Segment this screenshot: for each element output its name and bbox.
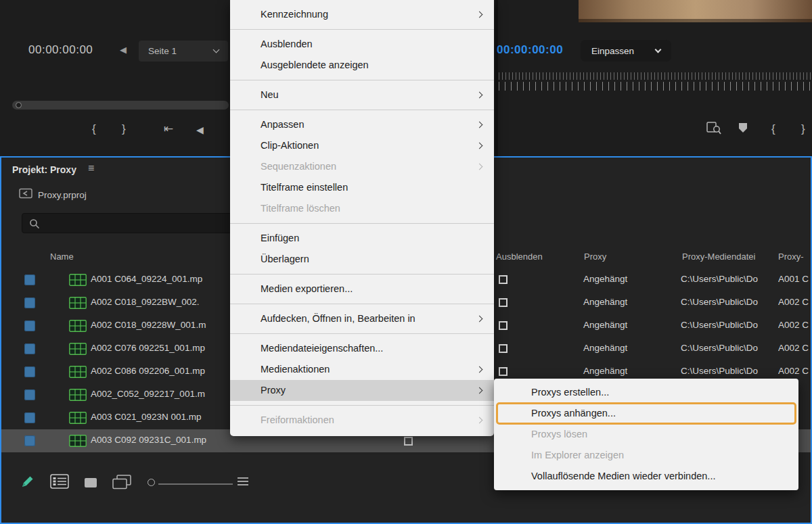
menu-item-label: Ausgeblendete anzeigen [261, 59, 369, 70]
ausblenden-checkbox[interactable] [499, 321, 508, 330]
clip-icon [69, 343, 87, 355]
project-file-name[interactable]: Proxy.prproj [38, 190, 87, 200]
submenu-arrow-icon [476, 122, 483, 128]
fit-dropdown[interactable]: Einpassen [581, 40, 671, 62]
menu-item[interactable]: Einfügen [230, 228, 494, 249]
ausblenden-checkbox[interactable] [499, 344, 508, 353]
menu-item[interactable]: Anpassen [230, 114, 494, 135]
export-frame-icon[interactable] [706, 121, 721, 138]
mark-out-button[interactable]: } [122, 122, 126, 137]
menu-item-label: Freiformaktionen [261, 414, 334, 425]
mark-in-button[interactable]: { [92, 122, 96, 137]
menu-item[interactable]: Titelframe einstellen [230, 177, 494, 198]
mark-out-button[interactable]: } [801, 122, 805, 137]
submenu-arrow-icon [476, 417, 483, 424]
add-marker-icon[interactable] [738, 122, 748, 137]
proxy-status: Angehängt [583, 366, 627, 376]
menu-item-label: Anpassen [261, 119, 304, 130]
freeform-view-button[interactable] [112, 475, 131, 492]
row-select-checkbox[interactable] [24, 343, 35, 354]
proxy-media-path: C:\Users\Public\Do [681, 366, 758, 376]
page-dropdown[interactable]: Seite 1 [139, 41, 228, 62]
row-select-checkbox[interactable] [24, 412, 35, 423]
submenu-arrow-icon [476, 387, 483, 394]
timeline-ruler-ticks [499, 82, 811, 91]
column-header-ausblenden[interactable]: Ausblenden [496, 252, 543, 262]
menu-item-label: Neu [261, 89, 279, 100]
search-icon [29, 218, 40, 229]
menu-item[interactable]: Kennzeichnung [230, 4, 494, 25]
menu-item[interactable]: Neu [230, 85, 494, 105]
panel-menu-icon[interactable]: ≡ [88, 162, 94, 174]
menu-item[interactable]: Mediendateieigenschaften... [230, 338, 494, 359]
timeline-ruler[interactable] [499, 72, 811, 80]
menu-item[interactable]: Medien exportieren... [230, 279, 494, 300]
panel-tab-title[interactable]: Projekt: Proxy [12, 164, 76, 175]
column-header-proxy[interactable]: Proxy [584, 252, 606, 262]
proxy-file-name: A002 C [778, 297, 811, 307]
menu-item-label: Im Explorer anzeigen [531, 450, 624, 460]
scrollbar-handle-icon[interactable] [16, 102, 22, 108]
premiere-window: 00:00:00:00 ◀ Seite 1 00:00:00:00 Einpas… [0, 0, 812, 524]
ausblenden-checkbox[interactable] [499, 275, 508, 284]
menu-item-label: Clip-Aktionen [261, 140, 319, 151]
clip-name: A002 C086 092206_001.mp [91, 366, 205, 376]
sort-icon[interactable] [237, 477, 249, 489]
menu-item: Titelframe löschen [230, 198, 494, 219]
menu-item[interactable]: Proxys anhängen... [494, 403, 798, 424]
proxy-status: Angehängt [583, 343, 627, 353]
ausblenden-checkbox[interactable] [499, 298, 508, 307]
pen-tool-icon[interactable] [20, 474, 35, 492]
timeline-scrollbar[interactable] [12, 101, 229, 110]
hidden-column-checkbox[interactable] [404, 437, 413, 446]
column-header-proxy-media[interactable]: Proxy-Mediendatei [682, 252, 755, 262]
menu-item[interactable]: Proxy [230, 380, 494, 401]
menu-item-label: Proxys anhängen... [531, 408, 616, 419]
clip-icon [69, 366, 87, 378]
icon-view-button[interactable] [84, 477, 97, 491]
row-select-checkbox[interactable] [24, 275, 35, 285]
menu-item-label: Mediendateieigenschaften... [261, 343, 383, 354]
menu-item[interactable]: Überlagern [230, 249, 494, 270]
go-to-in-button[interactable]: ⇤ [164, 122, 173, 137]
proxy-status: Angehängt [583, 320, 627, 330]
ausblenden-checkbox[interactable] [499, 367, 508, 376]
submenu-arrow-icon [476, 316, 483, 323]
menu-item-label: Aufdecken, Öffnen in, Bearbeiten in [261, 313, 415, 324]
menu-item[interactable]: Medienaktionen [230, 359, 494, 380]
menu-item-label: Titelframe einstellen [261, 182, 348, 193]
menu-item-label: Proxys erstellen... [531, 387, 609, 398]
menu-item[interactable]: Vollauflösende Medien wieder verbinden..… [494, 466, 798, 487]
step-back-button[interactable]: ◀ [196, 122, 204, 137]
menu-item[interactable]: Ausblenden [230, 34, 494, 55]
proxy-file-name: A002 C [778, 343, 811, 353]
menu-item-label: Überlagern [261, 254, 309, 264]
proxy-file-name: A002 C [778, 366, 811, 376]
source-timecode: 00:00:00:00 [28, 43, 93, 57]
column-header-proxy-last[interactable]: Proxy- [778, 252, 804, 262]
row-select-checkbox[interactable] [24, 389, 35, 400]
menu-item[interactable]: Proxys erstellen... [494, 382, 798, 403]
column-header-name[interactable]: Name [50, 252, 74, 262]
zoom-slider-handle[interactable] [148, 479, 155, 486]
proxy-media-path: C:\Users\Public\Do [681, 297, 758, 307]
row-select-checkbox[interactable] [24, 366, 35, 377]
list-view-button[interactable] [50, 474, 69, 492]
clip-icon [69, 297, 87, 309]
menu-item[interactable]: Clip-Aktionen [230, 135, 494, 156]
menu-item: Im Explorer anzeigen [494, 445, 798, 466]
previous-page-icon[interactable]: ◀ [120, 45, 127, 55]
row-select-checkbox[interactable] [24, 320, 35, 331]
menu-item[interactable]: Aufdecken, Öffnen in, Bearbeiten in [230, 308, 494, 329]
mark-in-button[interactable]: { [771, 122, 775, 137]
panel-divider [495, 0, 498, 156]
row-select-checkbox[interactable] [24, 297, 35, 308]
chevron-down-icon [213, 47, 220, 53]
menu-item[interactable]: Ausgeblendete anzeigen [230, 55, 494, 76]
menu-item: Sequenzaktionen [230, 156, 494, 177]
clip-name: A002 C018_09228W_001.m [91, 320, 206, 330]
zoom-slider-track[interactable] [158, 483, 233, 485]
row-select-checkbox[interactable] [24, 435, 35, 446]
clip-icon [69, 412, 87, 424]
menu-separator [230, 80, 494, 80]
